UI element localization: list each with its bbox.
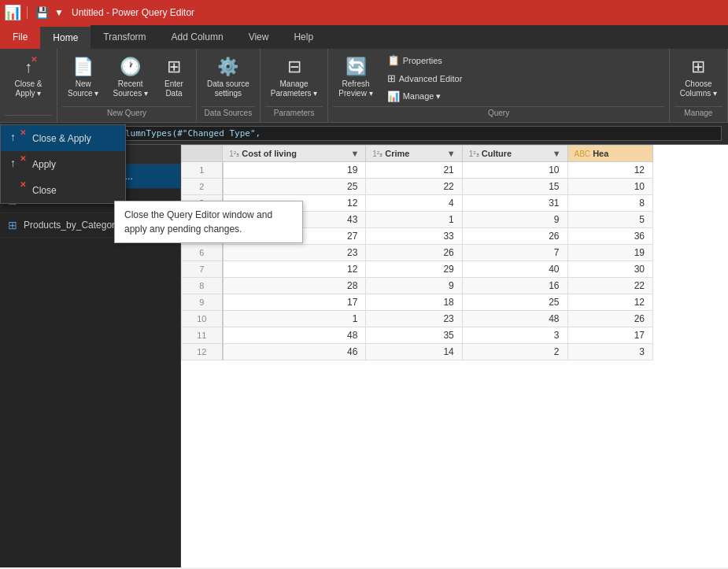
close-dropdown-label: Close (32, 185, 57, 196)
table-row: 62326719 (182, 245, 653, 261)
data-cell: 12 (223, 261, 366, 278)
recent-sources-button[interactable]: 🕐 RecentSources ▾ (107, 52, 153, 102)
data-cell: 4 (366, 195, 462, 212)
data-cell: 1 (223, 311, 366, 327)
query-label-2: Products_by_Categories (24, 220, 127, 231)
tooltip: Close the Query Editor window and apply … (114, 201, 303, 243)
title-bar-icons: 📊 💾 ▼ (6, 6, 65, 19)
col-header-crime: 1²₃ Crime ▼ (366, 146, 462, 162)
manage-group-items: ⊞ ChooseColumns ▾ (674, 52, 722, 105)
manage-parameters-button[interactable]: ⊟ ManageParameters ▾ (265, 52, 323, 102)
row-num-cell: 1 (182, 162, 223, 179)
manage-button[interactable]: 📊 Manage ▾ (382, 88, 468, 105)
col-name-crime: Crime (385, 149, 409, 158)
data-source-settings-button[interactable]: ⚙️ Data sourcesettings (201, 52, 255, 102)
query-icon-2: ⊞ (8, 219, 17, 231)
dropdown-close[interactable]: ✕ Close (1, 177, 125, 203)
close-apply-button[interactable]: ✕ ↑ Close &Apply ▾ (5, 52, 52, 102)
col-type-crime: 1²₃ (372, 150, 382, 158)
manage-parameters-icon: ⊟ (287, 56, 301, 78)
close-apply-dropdown-label: Close & Apply (32, 133, 91, 144)
tooltip-text: Close the Query Editor window and apply … (124, 209, 272, 235)
enter-data-button[interactable]: ⊞ EnterData (157, 52, 191, 102)
choose-columns-button[interactable]: ⊞ ChooseColumns ▾ (674, 52, 722, 102)
table-row: 917182512 (182, 294, 653, 311)
row-num-cell: 9 (182, 294, 223, 311)
data-cell: 35 (366, 327, 462, 344)
properties-label: Properties (403, 56, 442, 65)
new-source-icon: 📄 (72, 56, 94, 78)
advanced-editor-button[interactable]: ⊞ Advanced Editor (382, 70, 468, 87)
refresh-preview-icon: 🔄 (346, 56, 367, 78)
tab-view[interactable]: View (236, 25, 282, 49)
tab-home[interactable]: Home (40, 25, 91, 49)
refresh-preview-label: RefreshPreview ▾ (338, 79, 372, 98)
data-cell: 48 (223, 327, 366, 344)
tab-add-column[interactable]: Add Column (159, 25, 236, 49)
table-row: 114835317 (182, 327, 653, 344)
data-cell: 19 (567, 245, 652, 261)
close-group-label (5, 115, 52, 119)
col-name-cost: Cost of living (242, 149, 297, 158)
dropdown-close-apply[interactable]: ✕ ↑ Close & Apply (1, 125, 125, 151)
data-cell: 19 (223, 162, 366, 179)
data-cell: 7 (462, 245, 567, 261)
tab-help[interactable]: Help (281, 25, 326, 49)
data-sources-group-label: Data Sources (201, 106, 255, 119)
data-cell: 3 (462, 327, 567, 344)
col-type-culture: 1²₃ (469, 150, 479, 158)
refresh-preview-button[interactable]: 🔄 RefreshPreview ▾ (333, 52, 378, 102)
undo-icon[interactable]: ▼ (53, 6, 65, 19)
data-cell: 31 (462, 195, 567, 212)
data-cell: 22 (567, 278, 652, 294)
data-cell: 3 (567, 344, 652, 360)
parameters-group-label: Parameters (265, 106, 323, 119)
col-filter-crime[interactable]: ▼ (447, 149, 456, 158)
data-cell: 25 (223, 179, 366, 195)
dropdown-apply[interactable]: ✕ ↑ Apply (1, 151, 125, 177)
ribbon-group-close: ✕ ↑ Close &Apply ▾ (0, 49, 57, 122)
data-cell: 17 (567, 327, 652, 344)
manage-label: Manage ▾ (403, 91, 442, 102)
ribbon-group-parameters: ⊟ ManageParameters ▾ Parameters (261, 49, 328, 122)
table-row: 119211012 (182, 162, 653, 179)
col-filter-cost[interactable]: ▼ (350, 149, 359, 158)
data-cell: 15 (462, 179, 567, 195)
table-row: 82891622 (182, 278, 653, 294)
properties-icon: 📋 (387, 54, 400, 66)
tab-file[interactable]: File (0, 25, 40, 49)
new-source-label: NewSource ▾ (68, 79, 98, 98)
data-cell: 17 (223, 294, 366, 311)
data-cell: 28 (223, 278, 366, 294)
close-apply-label: Close &Apply ▾ (14, 79, 42, 98)
main-area: Queries [3] ⊞ Ranking of best and wor...… (0, 145, 728, 567)
table-row: 12461423 (182, 344, 653, 360)
advanced-editor-icon: ⊞ (387, 72, 396, 84)
new-source-button[interactable]: 📄 NewSource ▾ (62, 52, 104, 102)
row-num-cell: 2 (182, 179, 223, 195)
col-name-culture: Culture (482, 149, 512, 158)
data-cell: 16 (462, 278, 567, 294)
app-title: Untitled - Power Query Editor (72, 7, 194, 18)
save-icon[interactable]: 💾 (35, 6, 48, 19)
tab-transform[interactable]: Transform (91, 25, 158, 49)
query-small-buttons: 📋 Properties ⊞ Advanced Editor 📊 Manage … (382, 52, 468, 105)
close-apply-dropdown: ✕ ↑ Close & Apply ✕ ↑ Apply ✕ C (0, 124, 126, 204)
col-header-hea: ABC Hea (567, 146, 652, 162)
data-sources-group-items: ⚙️ Data sourcesettings (201, 52, 255, 105)
col-header-culture: 1²₃ Culture ▼ (462, 146, 567, 162)
data-cell: 14 (366, 344, 462, 360)
data-cell: 2 (462, 344, 567, 360)
apply-dropdown-label: Apply (32, 159, 56, 170)
choose-columns-label: ChooseColumns ▾ (680, 79, 717, 98)
data-cell: 26 (567, 311, 652, 327)
properties-button[interactable]: 📋 Properties (382, 52, 468, 68)
enter-data-icon: ⊞ (167, 56, 181, 78)
data-cell: 26 (462, 228, 567, 245)
data-cell: 21 (366, 162, 462, 179)
col-filter-culture[interactable]: ▼ (552, 149, 561, 158)
new-query-group-items: 📄 NewSource ▾ 🕐 RecentSources ▾ ⊞ EnterD… (62, 52, 191, 105)
row-num-cell: 8 (182, 278, 223, 294)
data-cell: 33 (366, 228, 462, 245)
row-num-cell: 10 (182, 311, 223, 327)
